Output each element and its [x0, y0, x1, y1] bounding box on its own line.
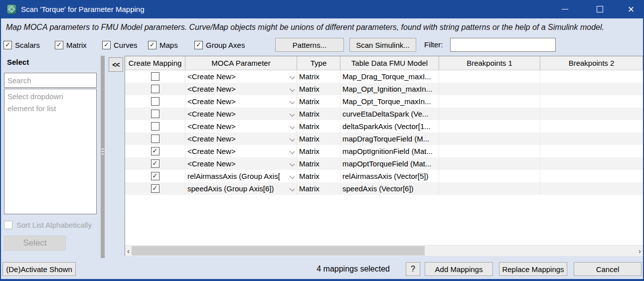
chevron-down-icon	[290, 87, 295, 92]
row-mapping-checkbox[interactable]	[151, 110, 160, 118]
fmu-model-cell: mapOptTorqueField (Mat...	[340, 157, 439, 170]
row-mapping-checkbox[interactable]: ✓	[151, 172, 160, 180]
instruction-text: Map MOCA parameters to FMU Model paramet…	[6, 19, 639, 35]
checkbox-icon[interactable]: ✓	[102, 41, 111, 49]
scan-simulink-button[interactable]: Scan Simulink...	[349, 38, 416, 52]
collapse-panel-button[interactable]: <<	[109, 57, 123, 72]
fmu-model-cell: Map_Opt_Ignition_maxIn...	[340, 83, 439, 95]
column-header-type[interactable]: Type	[297, 56, 340, 70]
moca-parameter-dropdown[interactable]: <Create New>	[185, 95, 297, 108]
chevron-down-icon	[290, 74, 295, 79]
close-icon: ×	[628, 4, 635, 14]
create-mapping-cell	[125, 83, 185, 95]
moca-parameter-dropdown[interactable]: <Create New>	[185, 120, 297, 133]
sort-checkbox[interactable]	[4, 221, 12, 229]
scroll-left-arrow-icon[interactable]: ‹	[125, 246, 132, 256]
table-row: ✓ <Create New> Matrix mapOptIgnitionFiel…	[125, 145, 643, 157]
search-input[interactable]	[4, 73, 97, 88]
column-header-create-mapping[interactable]: Create Mapping	[125, 56, 185, 70]
mapping-table: Create Mapping MOCA Parameter Type Table…	[125, 56, 643, 256]
create-mapping-cell: ✓	[125, 145, 185, 157]
table-row: <Create New> Matrix Map_Opt_Ignition_max…	[125, 83, 643, 95]
row-mapping-checkbox[interactable]	[151, 122, 160, 131]
create-mapping-cell	[125, 133, 185, 145]
chevron-down-icon	[290, 137, 295, 141]
moca-parameter-dropdown[interactable]: relAirmassAxis (Group Axis[	[185, 170, 297, 182]
table-row: <Create New> Matrix Map_Opt_Torque_maxIn…	[125, 95, 643, 108]
moca-parameter-value: <Create New>	[187, 70, 236, 83]
mappings-selected-status: 4 mappings selected	[299, 262, 390, 276]
select-button[interactable]: Select	[4, 236, 66, 251]
filter-type-checkbox-item[interactable]: ✓ Maps	[148, 40, 178, 49]
breakpoints-2-cell	[540, 133, 643, 145]
type-cell: Matrix	[297, 95, 340, 108]
type-cell: Matrix	[297, 170, 340, 182]
patterns-button[interactable]: Patterns...	[275, 38, 344, 52]
checkbox-label: Group Axes	[206, 41, 245, 49]
breakpoints-1-cell	[439, 108, 540, 120]
column-header-breakpoints-2[interactable]: Breakpoints 2	[540, 56, 643, 70]
row-mapping-checkbox[interactable]	[151, 72, 160, 81]
column-header-table-data-fmu-model[interactable]: Table Data FMU Model	[340, 56, 439, 70]
fmu-model-cell: curveEtaDeltaSpark (Ve...	[340, 108, 439, 120]
horizontal-scrollbar[interactable]: ‹ ›	[125, 245, 643, 256]
filter-type-checkbox-item[interactable]: ✓ Scalars	[3, 40, 40, 49]
moca-parameter-dropdown[interactable]: <Create New>	[185, 83, 297, 95]
moca-parameter-dropdown[interactable]: <Create New>	[185, 133, 297, 145]
moca-parameter-dropdown[interactable]: <Create New>	[185, 157, 297, 170]
chevron-down-icon	[290, 161, 295, 166]
chevron-down-icon	[290, 186, 295, 191]
checkbox-icon[interactable]: ✓	[148, 41, 157, 49]
deactivate-shown-button[interactable]: (De)Activate Shown	[2, 262, 76, 276]
breakpoints-2-cell	[540, 95, 643, 108]
checkbox-label: Matrix	[66, 41, 87, 49]
type-cell: Matrix	[297, 70, 340, 83]
type-cell: Matrix	[297, 108, 340, 120]
create-mapping-cell: ✓	[125, 157, 185, 170]
filter-type-checkbox-item[interactable]: ✓ Matrix	[55, 40, 87, 49]
select-listbox[interactable]: Select dropdown element for list	[4, 89, 97, 214]
row-mapping-checkbox[interactable]: ✓	[151, 159, 160, 168]
moca-parameter-value: <Create New>	[187, 157, 236, 170]
checkbox-icon[interactable]: ✓	[55, 41, 63, 49]
scroll-right-arrow-icon[interactable]: ›	[637, 246, 643, 256]
filter-type-checkbox-item[interactable]: ✓ Group Axes	[194, 40, 245, 49]
checkbox-icon[interactable]: ✓	[3, 41, 12, 49]
breakpoints-2-cell	[540, 157, 643, 170]
panel-splitter[interactable]	[101, 56, 105, 258]
close-button[interactable]: ×	[618, 0, 644, 18]
maximize-button[interactable]	[588, 0, 611, 18]
filter-type-checkbox-item[interactable]: ✓ Curves	[102, 40, 138, 49]
breakpoints-1-cell	[439, 182, 540, 195]
moca-parameter-dropdown[interactable]: <Create New>	[185, 145, 297, 157]
row-mapping-checkbox[interactable]: ✓	[151, 147, 160, 155]
splitter-grip-icon	[101, 148, 104, 149]
minimize-button[interactable]	[553, 0, 576, 18]
help-button[interactable]: ?	[406, 262, 420, 276]
type-cell: Matrix	[297, 83, 340, 95]
moca-parameter-dropdown[interactable]: <Create New>	[185, 108, 297, 120]
fmu-model-cell: deltaSparkAxis (Vector[1...	[340, 120, 439, 133]
moca-parameter-dropdown[interactable]: <Create New>	[185, 70, 297, 83]
moca-parameter-dropdown[interactable]: speedAxis (Group Axis[6])	[185, 182, 297, 195]
replace-mappings-button[interactable]: Replace Mappings	[499, 262, 567, 276]
chevron-down-icon	[290, 99, 295, 104]
breakpoints-2-cell	[540, 170, 643, 182]
row-mapping-checkbox[interactable]	[151, 135, 160, 143]
create-mapping-cell	[125, 95, 185, 108]
sort-alphabetically-row[interactable]: Sort List Alphabetically	[4, 220, 92, 229]
filter-input[interactable]	[450, 38, 556, 52]
row-mapping-checkbox[interactable]	[151, 85, 160, 93]
row-mapping-checkbox[interactable]: ✓	[151, 184, 160, 193]
scrollbar-thumb[interactable]	[132, 246, 425, 256]
breakpoints-1-cell	[439, 170, 540, 182]
row-mapping-checkbox[interactable]	[151, 97, 160, 106]
breakpoints-1-cell	[439, 95, 540, 108]
column-header-breakpoints-1[interactable]: Breakpoints 1	[439, 56, 540, 70]
cancel-button[interactable]: Cancel	[574, 262, 642, 276]
minimize-icon	[562, 9, 568, 9]
add-mappings-button[interactable]: Add Mappings	[425, 262, 493, 276]
checkbox-icon[interactable]: ✓	[194, 41, 203, 49]
column-header-moca-parameter[interactable]: MOCA Parameter	[185, 56, 297, 70]
listbox-placeholder-line1: Select dropdown	[7, 91, 93, 103]
